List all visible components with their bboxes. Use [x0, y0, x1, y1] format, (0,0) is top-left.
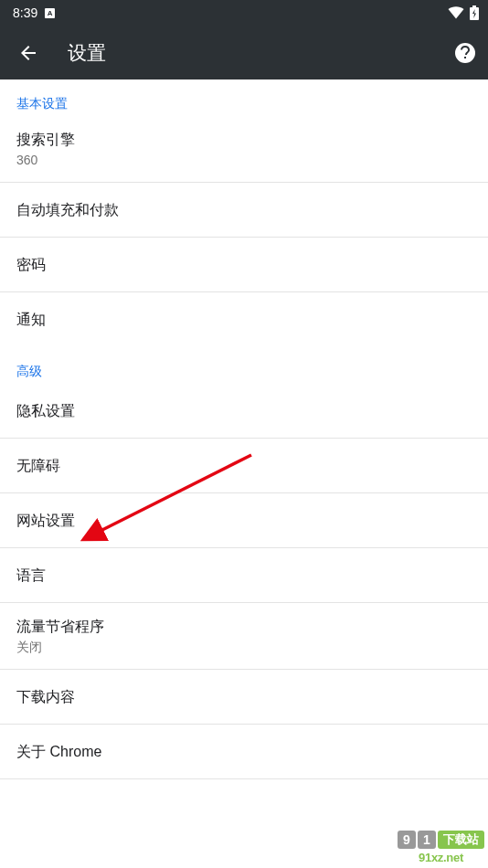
- setting-title: 关于 Chrome: [16, 742, 472, 762]
- setting-title: 隐私设置: [16, 401, 472, 421]
- setting-title: 网站设置: [16, 511, 472, 531]
- svg-rect-1: [472, 5, 476, 7]
- page-title: 设置: [68, 40, 453, 66]
- setting-site-settings[interactable]: 网站设置: [0, 493, 488, 548]
- setting-title: 密码: [16, 255, 472, 275]
- setting-title: 通知: [16, 310, 472, 330]
- app-bar: 设置: [0, 26, 488, 79]
- watermark-label: 下载站: [438, 831, 484, 849]
- back-button[interactable]: [16, 41, 40, 65]
- setting-search-engine[interactable]: 搜索引擎 360: [0, 116, 488, 183]
- setting-title: 下载内容: [16, 687, 472, 707]
- watermark-site: 91xz.net: [398, 851, 484, 864]
- setting-subtitle: 关闭: [16, 639, 472, 655]
- section-header-advanced: 高级: [0, 347, 488, 384]
- wifi-icon: [448, 6, 464, 19]
- setting-downloads[interactable]: 下载内容: [0, 670, 488, 725]
- settings-list: 基本设置 搜索引擎 360 自动填充和付款 密码 通知 高级 隐私设置 无障碍 …: [0, 79, 488, 779]
- setting-title: 无障碍: [16, 456, 472, 476]
- watermark-digit: 1: [418, 831, 436, 849]
- status-bar: 8:39 A: [0, 0, 488, 26]
- status-indicator-box: A: [45, 8, 55, 18]
- section-header-basic: 基本设置: [0, 79, 488, 116]
- setting-title: 自动填充和付款: [16, 200, 472, 220]
- setting-autofill[interactable]: 自动填充和付款: [0, 183, 488, 238]
- setting-title: 语言: [16, 566, 472, 586]
- setting-privacy[interactable]: 隐私设置: [0, 384, 488, 439]
- setting-passwords[interactable]: 密码: [0, 238, 488, 292]
- status-time: 8:39: [13, 5, 37, 20]
- setting-title: 搜索引擎: [16, 130, 472, 150]
- arrow-back-icon: [17, 42, 39, 64]
- battery-icon: [470, 5, 479, 20]
- watermark-digit: 9: [398, 831, 416, 849]
- setting-data-saver[interactable]: 流量节省程序 关闭: [0, 603, 488, 670]
- setting-subtitle: 360: [16, 152, 472, 168]
- setting-accessibility[interactable]: 无障碍: [0, 439, 488, 493]
- setting-notifications[interactable]: 通知: [0, 292, 488, 347]
- help-button[interactable]: [453, 41, 477, 65]
- setting-about-chrome[interactable]: 关于 Chrome: [0, 725, 488, 779]
- help-icon: [454, 42, 476, 64]
- setting-language[interactable]: 语言: [0, 548, 488, 603]
- setting-title: 流量节省程序: [16, 617, 472, 637]
- watermark: 9 1 下载站 91xz.net: [398, 831, 484, 864]
